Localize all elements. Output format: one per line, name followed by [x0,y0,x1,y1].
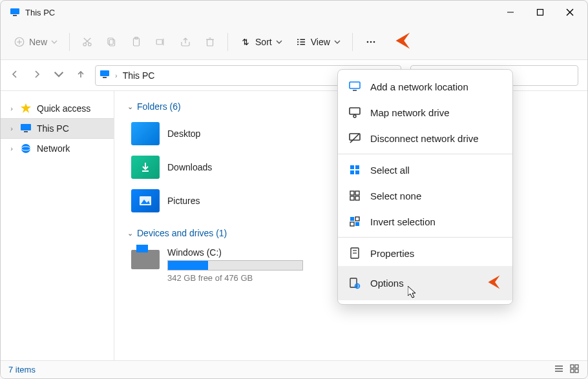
sidebar-item-this-pc[interactable]: › This PC [1,118,114,139]
sort-label: Sort [255,37,272,47]
svg-rect-50 [571,365,574,368]
this-pc-icon [100,69,110,81]
details-view-icon[interactable] [554,364,564,376]
svg-rect-40 [24,131,28,132]
svg-rect-69 [355,217,359,221]
svg-rect-68 [350,217,354,221]
svg-rect-1 [13,15,17,16]
menu-options[interactable]: Options [338,266,512,300]
callout-arrow-icon [388,29,411,55]
delete-button[interactable] [199,32,221,52]
svg-rect-37 [103,77,107,78]
chevron-right-icon: › [8,125,15,132]
toolbar-divider [352,33,353,51]
star-icon [20,103,32,114]
more-menu: Add a network location Map network drive… [337,69,513,305]
paste-button[interactable] [125,32,147,52]
svg-rect-36 [100,70,109,76]
menu-properties[interactable]: Properties [338,240,512,266]
sidebar-item-quick-access[interactable]: › Quick access [1,99,114,118]
svg-rect-52 [571,369,574,373]
network-icon [20,143,32,154]
drive-usage-bar [167,260,303,271]
menu-separator [338,154,512,154]
menu-select-none[interactable]: Select none [338,183,512,209]
toolbar-divider [69,33,70,51]
history-dropdown[interactable] [54,69,64,82]
options-icon [348,277,361,290]
rename-button[interactable] [150,32,172,52]
svg-rect-13 [109,39,114,46]
monitor-icon [348,80,361,93]
svg-rect-56 [350,108,360,114]
invert-selection-icon [348,215,361,228]
this-pc-icon [10,7,20,17]
chevron-right-icon: › [8,105,15,112]
new-label: New [29,37,47,47]
svg-point-33 [373,41,375,43]
svg-point-31 [366,41,368,43]
copy-button[interactable] [101,32,123,52]
toolbar-divider [227,33,228,51]
view-label: View [311,37,330,47]
close-button[interactable] [555,1,585,24]
toolbar: New Sort View [1,24,587,60]
menu-map-network-drive[interactable]: Map network drive [338,99,512,125]
forward-button[interactable] [32,69,42,82]
sidebar-item-network[interactable]: › Network [1,139,114,158]
sidebar-item-label: Network [37,143,70,154]
select-all-icon [348,163,361,176]
svg-rect-61 [355,165,359,169]
svg-rect-54 [350,82,360,88]
titlebar: This PC [1,1,587,24]
callout-arrow-icon [480,272,502,294]
svg-marker-34 [395,32,410,48]
chevron-down-icon: ⌄ [127,103,133,111]
menu-select-all[interactable]: Select all [338,157,512,183]
svg-rect-3 [538,10,543,15]
folder-icon [131,122,160,145]
svg-marker-79 [488,276,500,289]
breadcrumb-separator-icon: › [115,72,118,79]
svg-rect-20 [207,39,213,46]
svg-rect-64 [350,191,354,195]
menu-add-network-location[interactable]: Add a network location [338,74,512,99]
maximize-button[interactable] [525,1,555,24]
breadcrumb-current[interactable]: This PC [123,70,155,81]
chevron-right-icon: › [8,145,15,152]
svg-rect-14 [108,38,113,45]
folder-icon [131,189,160,212]
svg-rect-53 [575,369,578,373]
status-text: 7 items [8,365,36,374]
sort-button[interactable]: Sort [235,32,288,52]
sidebar: › Quick access › This PC › Network [1,91,114,360]
svg-rect-17 [156,39,162,45]
up-button[interactable] [76,69,86,82]
svg-rect-51 [575,365,578,368]
sidebar-item-label: Quick access [37,103,90,114]
drive-disconnect-icon [348,132,361,145]
sidebar-item-label: This PC [37,123,69,134]
svg-rect-65 [355,191,359,195]
minimize-button[interactable] [496,1,525,24]
svg-rect-62 [350,170,354,174]
view-button[interactable]: View [290,32,346,52]
folder-icon [131,156,160,179]
back-button[interactable] [10,69,20,82]
statusbar: 7 items [1,360,587,378]
svg-rect-39 [21,124,31,130]
more-button[interactable] [359,32,383,52]
svg-rect-67 [355,196,359,200]
tiles-view-icon[interactable] [569,364,580,376]
this-pc-icon [20,123,32,134]
drive-label: Windows (C:) [167,247,303,258]
menu-disconnect-network-drive[interactable]: Disconnect network drive [338,125,512,151]
new-button[interactable]: New [8,32,63,52]
svg-point-41 [21,144,30,153]
share-button[interactable] [174,32,196,52]
window-title: This PC [25,8,55,17]
menu-invert-selection[interactable]: Invert selection [338,209,512,234]
drive-network-icon [348,106,361,119]
cut-button[interactable] [76,32,98,52]
svg-rect-70 [350,222,354,226]
